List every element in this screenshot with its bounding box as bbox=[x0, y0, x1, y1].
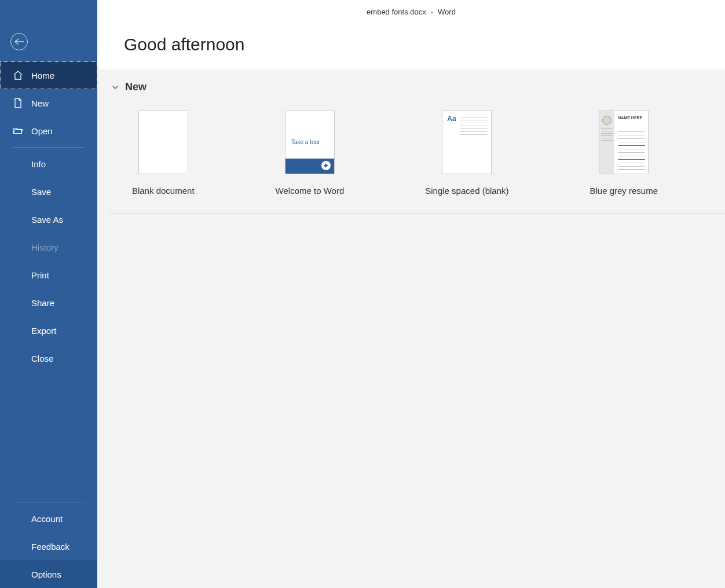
sidebar-divider bbox=[13, 147, 85, 148]
sidebar-item-label: Options bbox=[31, 569, 61, 579]
home-icon bbox=[13, 70, 23, 80]
template-label: Blue grey resume bbox=[590, 186, 658, 196]
sidebar-item-new[interactable]: New bbox=[0, 89, 97, 117]
sidebar-item-label: Save As bbox=[31, 215, 63, 225]
template-single-spaced[interactable]: Aa Single spaced (blank) bbox=[425, 111, 508, 196]
thumb-lines bbox=[460, 117, 488, 137]
template-blue-grey-resume[interactable]: NAME HERE Blue grey resume bbox=[590, 111, 658, 196]
template-label: Welcome to Word bbox=[276, 186, 345, 196]
sidebar-primary-group: Home New Open bbox=[0, 61, 97, 145]
sidebar-item-home[interactable]: Home bbox=[0, 61, 97, 89]
template-label: Single spaced (blank) bbox=[425, 186, 508, 196]
template-thumbnail: NAME HERE bbox=[599, 111, 649, 174]
sidebar-item-options[interactable]: Options bbox=[0, 560, 97, 588]
thumb-text: NAME HERE bbox=[618, 116, 642, 120]
template-label: Blank document bbox=[132, 186, 195, 196]
back-button[interactable] bbox=[10, 33, 28, 50]
sidebar-spacer bbox=[0, 372, 97, 499]
page-title: Good afternoon bbox=[124, 35, 725, 54]
section-new-toggle[interactable]: New bbox=[109, 81, 725, 93]
sidebar-item-save[interactable]: Save bbox=[0, 178, 97, 205]
sidebar-item-label: Home bbox=[31, 71, 54, 80]
sidebar-item-label: Info bbox=[31, 159, 46, 169]
app-name: Word bbox=[438, 8, 456, 16]
sidebar-item-label: Share bbox=[31, 298, 54, 308]
backstage-sidebar: Home New Open Info Save Save As History bbox=[0, 0, 97, 588]
page-header: Good afternoon bbox=[97, 23, 725, 69]
sidebar-item-print[interactable]: Print bbox=[0, 261, 97, 289]
sidebar-item-feedback[interactable]: Feedback bbox=[0, 532, 97, 560]
sidebar-divider bbox=[13, 502, 85, 502]
sidebar-item-open[interactable]: Open bbox=[0, 117, 97, 145]
sidebar-item-label: Print bbox=[31, 270, 49, 280]
thumb-lines bbox=[618, 131, 645, 173]
sidebar-item-label: Feedback bbox=[31, 542, 69, 552]
thumb-text: Take a tour bbox=[291, 139, 320, 145]
template-thumbnail bbox=[138, 111, 188, 174]
sidebar-item-label: Export bbox=[31, 326, 56, 336]
sidebar-bottom-group: Account Feedback Options bbox=[0, 505, 97, 588]
sidebar-item-label: Open bbox=[31, 126, 53, 136]
window-titlebar: embed fonts.docx - Word bbox=[97, 0, 725, 23]
arrow-right-icon bbox=[321, 161, 331, 170]
template-welcome-to-word[interactable]: Take a tour Welcome to Word bbox=[276, 111, 345, 196]
arrow-left-icon bbox=[14, 38, 24, 46]
sidebar-secondary-group: Info Save Save As History Print Share Ex… bbox=[0, 150, 97, 372]
main-area: embed fonts.docx - Word Good afternoon N… bbox=[97, 0, 725, 588]
sidebar-item-account[interactable]: Account bbox=[0, 505, 97, 532]
sidebar-item-info[interactable]: Info bbox=[0, 150, 97, 178]
sidebar-item-label: New bbox=[31, 98, 49, 108]
chevron-down-icon bbox=[111, 83, 119, 91]
title-separator: - bbox=[431, 8, 433, 16]
home-content: New Blank document Take a tour Welcome t… bbox=[97, 69, 725, 588]
template-thumbnail: Aa bbox=[442, 111, 492, 174]
sidebar-item-label: Save bbox=[31, 187, 51, 197]
sidebar-item-label: Account bbox=[31, 514, 63, 524]
sidebar-item-label: History bbox=[31, 242, 58, 252]
sidebar-item-history: History bbox=[0, 233, 97, 261]
back-row bbox=[0, 28, 97, 56]
thumb-lines bbox=[601, 128, 613, 142]
sidebar-item-export[interactable]: Export bbox=[0, 317, 97, 344]
folder-open-icon bbox=[13, 126, 23, 136]
template-blank-document[interactable]: Blank document bbox=[132, 111, 195, 196]
document-icon bbox=[13, 98, 23, 108]
sidebar-item-share[interactable]: Share bbox=[0, 289, 97, 317]
section-label: New bbox=[125, 81, 147, 93]
sidebar-item-save-as[interactable]: Save As bbox=[0, 205, 97, 233]
templates-row: Blank document Take a tour Welcome to Wo… bbox=[109, 111, 725, 214]
thumb-text: Aa bbox=[447, 115, 456, 123]
document-name: embed fonts.docx bbox=[367, 8, 426, 16]
template-thumbnail: Take a tour bbox=[285, 111, 335, 174]
sidebar-item-label: Close bbox=[31, 354, 53, 363]
sidebar-item-close[interactable]: Close bbox=[0, 344, 97, 372]
